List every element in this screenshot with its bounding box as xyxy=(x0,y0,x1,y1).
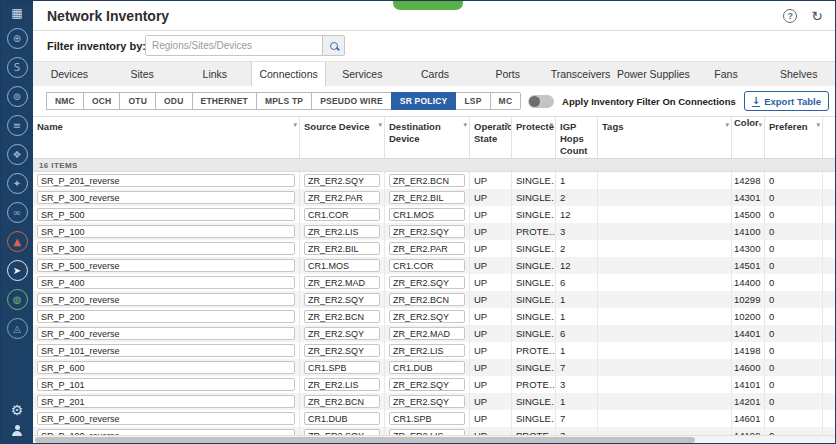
inventory-tab[interactable]: Fans xyxy=(690,62,763,87)
inventory-tab[interactable]: Devices xyxy=(33,62,106,87)
help-icon[interactable]: ? xyxy=(783,9,797,23)
connection-name-cell[interactable]: SR_P_100 xyxy=(37,225,295,238)
nav-icon-2[interactable]: S xyxy=(7,57,28,78)
table-row[interactable]: SR_P_100_reverse ZR_ER2.SQY ZR_ER2.LIS U… xyxy=(33,427,835,435)
nav-icon-8[interactable]: ▲ xyxy=(7,231,28,252)
connection-name-cell[interactable]: SR_P_400_reverse xyxy=(37,327,295,340)
table-row[interactable]: SR_P_101 ZR_ER2.LIS ZR_ER2.SQY UP PROTE…… xyxy=(33,376,835,393)
apply-filter-toggle[interactable] xyxy=(528,95,554,108)
col-header-source-device[interactable]: Source Device▾ xyxy=(300,117,385,158)
connection-type-tab[interactable]: MC xyxy=(490,92,522,110)
filter-dropdown-icon[interactable]: ▾ xyxy=(293,121,297,130)
horizontal-scrollbar-thumb[interactable] xyxy=(35,437,695,443)
table-row[interactable]: SR_P_101_reverse ZR_ER2.SQY ZR_ER2.LIS U… xyxy=(33,342,835,359)
source-device-cell[interactable]: ZR_ER2.LIS xyxy=(304,225,380,238)
connection-name-cell[interactable]: SR_P_300_reverse xyxy=(37,191,295,204)
destination-device-cell[interactable]: ZR_ER2.SQY xyxy=(389,310,465,323)
destination-device-cell[interactable]: ZR_ER2.SQY xyxy=(389,395,465,408)
filter-dropdown-icon[interactable]: ▾ xyxy=(505,121,509,130)
destination-device-cell[interactable]: ZR_ER2.MAD xyxy=(389,327,465,340)
connection-name-cell[interactable]: SR_P_300 xyxy=(37,242,295,255)
connection-name-cell[interactable]: SR_P_400 xyxy=(37,276,295,289)
nav-icon-3[interactable]: ⊚ xyxy=(7,86,28,107)
table-row[interactable]: SR_P_500_reverse CR1.MOS CR1.COR UP SING… xyxy=(33,257,835,274)
inventory-tab[interactable]: Transceivers xyxy=(544,62,617,87)
source-device-cell[interactable]: ZR_ER2.MAD xyxy=(304,276,380,289)
connection-type-tab[interactable]: OCH xyxy=(83,92,121,110)
destination-device-cell[interactable]: ZR_ER2.BCN xyxy=(389,293,465,306)
col-header-preference[interactable]: Preferen▾ xyxy=(765,117,823,158)
connection-name-cell[interactable]: SR_P_500 xyxy=(37,208,295,221)
connection-name-cell[interactable]: SR_P_201 xyxy=(37,395,295,408)
destination-device-cell[interactable]: ZR_ER2.BIL xyxy=(389,191,465,204)
nav-icon-5[interactable]: ❖ xyxy=(7,144,28,165)
connection-type-tab[interactable]: OTU xyxy=(119,92,156,110)
connection-name-cell[interactable]: SR_P_200_reverse xyxy=(37,293,295,306)
connection-name-cell[interactable]: SR_P_101 xyxy=(37,378,295,391)
source-device-cell[interactable]: ZR_ER2.BCN xyxy=(304,310,380,323)
nav-icon-6[interactable]: ✦ xyxy=(7,173,28,194)
destination-device-cell[interactable]: CR1.COR xyxy=(389,259,465,272)
table-row[interactable]: SR_P_200_reverse ZR_ER2.SQY ZR_ER2.BCN U… xyxy=(33,291,835,308)
table-row[interactable]: SR_P_400_reverse ZR_ER2.SQY ZR_ER2.MAD U… xyxy=(33,325,835,342)
col-header-color[interactable]: Color▾ xyxy=(732,117,765,158)
table-row[interactable]: SR_P_600_reverse CR1.DUB CR1.SPB UP SING… xyxy=(33,410,835,427)
filter-dropdown-icon[interactable]: ▾ xyxy=(378,121,382,130)
nav-icon-10[interactable]: ◍ xyxy=(7,289,28,310)
source-device-cell[interactable]: ZR_ER2.BIL xyxy=(304,242,380,255)
source-device-cell[interactable]: ZR_ER2.PAR xyxy=(304,191,380,204)
refresh-icon[interactable]: ↻ xyxy=(811,8,823,24)
user-icon[interactable] xyxy=(11,425,23,437)
nav-icon-7[interactable]: ∞ xyxy=(7,202,28,223)
table-row[interactable]: SR_P_201_reverse ZR_ER2.SQY ZR_ER2.BCN U… xyxy=(33,172,835,189)
source-device-cell[interactable]: CR1.DUB xyxy=(304,412,380,425)
connection-type-tab[interactable]: SR POLICY xyxy=(391,92,457,110)
inventory-tab[interactable]: Shelves xyxy=(762,62,835,87)
connection-type-tab[interactable]: ODU xyxy=(155,92,193,110)
connection-name-cell[interactable]: SR_P_101_reverse xyxy=(37,344,295,357)
destination-device-cell[interactable]: ZR_ER2.SQY xyxy=(389,225,465,238)
connection-type-tab[interactable]: MPLS TP xyxy=(256,92,312,110)
inventory-tab[interactable]: Services xyxy=(326,62,399,87)
connection-name-cell[interactable]: SR_P_600 xyxy=(37,361,295,374)
table-row[interactable]: SR_P_300_reverse ZR_ER2.PAR ZR_ER2.BIL U… xyxy=(33,189,835,206)
destination-device-cell[interactable]: CR1.MOS xyxy=(389,208,465,221)
filter-dropdown-icon[interactable]: ▾ xyxy=(725,121,729,130)
connection-name-cell[interactable]: SR_P_201_reverse xyxy=(37,174,295,187)
col-header-igp-hops-count[interactable]: IGP Hops Count xyxy=(556,117,598,158)
filter-dropdown-icon[interactable]: ▾ xyxy=(549,121,553,130)
destination-device-cell[interactable]: CR1.SPB xyxy=(389,412,465,425)
nav-icon-11[interactable]: ◬ xyxy=(7,318,28,339)
inventory-tab[interactable]: Links xyxy=(178,62,251,87)
source-device-cell[interactable]: CR1.MOS xyxy=(304,259,380,272)
col-header-operational-state[interactable]: Operatio State▾ xyxy=(470,117,512,158)
connection-name-cell[interactable]: SR_P_600_reverse xyxy=(37,412,295,425)
filter-dropdown-icon[interactable]: ▾ xyxy=(816,121,820,130)
col-header-destination-device[interactable]: Destination Device▾ xyxy=(385,117,470,158)
source-device-cell[interactable]: ZR_ER2.SQY xyxy=(304,174,380,187)
source-device-cell[interactable]: ZR_ER2.SQY xyxy=(304,293,380,306)
col-header-name[interactable]: Name▾ xyxy=(33,117,300,158)
table-row[interactable]: SR_P_200 ZR_ER2.BCN ZR_ER2.SQY UP SINGLE… xyxy=(33,308,835,325)
inventory-tab[interactable]: Cards xyxy=(399,62,472,87)
connection-type-tab[interactable]: ETHERNET xyxy=(192,92,257,110)
source-device-cell[interactable]: ZR_ER2.BCN xyxy=(304,395,380,408)
source-device-cell[interactable]: ZR_ER2.SQY xyxy=(304,327,380,340)
connection-type-tab[interactable]: LSP xyxy=(455,92,490,110)
connection-name-cell[interactable]: SR_P_500_reverse xyxy=(37,259,295,272)
inventory-tab[interactable]: Power Supplies xyxy=(617,62,690,87)
nav-icon-9[interactable]: ➤ xyxy=(7,260,28,281)
search-button[interactable] xyxy=(322,36,344,55)
destination-device-cell[interactable]: CR1.DUB xyxy=(389,361,465,374)
filter-dropdown-icon[interactable]: ▾ xyxy=(463,121,467,130)
source-device-cell[interactable]: CR1.COR xyxy=(304,208,380,221)
nav-icon-1[interactable]: ⊕ xyxy=(7,28,28,49)
connection-type-tab[interactable]: PSEUDO WIRE xyxy=(311,92,392,110)
inventory-tab[interactable]: Ports xyxy=(471,62,544,87)
destination-device-cell[interactable]: ZR_ER2.PAR xyxy=(389,242,465,255)
destination-device-cell[interactable]: ZR_ER2.SQY xyxy=(389,276,465,289)
filter-dropdown-icon[interactable]: ▾ xyxy=(758,121,762,130)
filter-input[interactable] xyxy=(146,36,322,55)
col-header-tags[interactable]: Tags▾ xyxy=(598,117,732,158)
apps-grid-icon[interactable]: ▦ xyxy=(11,6,22,20)
